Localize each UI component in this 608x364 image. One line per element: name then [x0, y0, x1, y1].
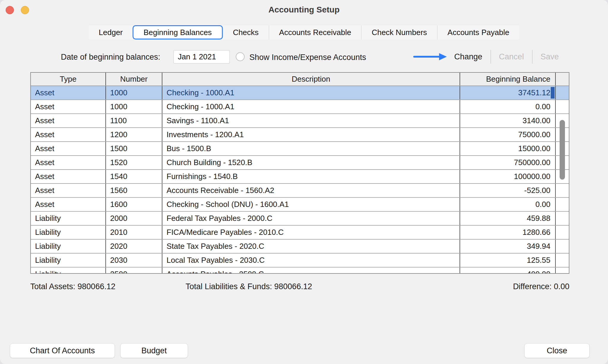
- tab-accounts-payable[interactable]: Accounts Payable: [437, 25, 519, 39]
- cell-gutter: [556, 198, 569, 211]
- cell-num: 2030: [106, 254, 162, 267]
- cell-gutter: [556, 212, 569, 225]
- cell-desc: Church Building - 1520.B: [162, 156, 460, 169]
- cell-type: Liability: [31, 254, 106, 267]
- cell-gutter: [556, 254, 569, 267]
- table-row[interactable]: Asset1000Checking - 1000.A137451.12: [31, 86, 569, 100]
- cell-gutter: [556, 86, 569, 99]
- cell-desc: State Tax Payables - 2020.C: [162, 240, 460, 253]
- tab-beginning-balances[interactable]: Beginning Balances: [133, 25, 223, 39]
- cell-bal: 100000.00: [460, 170, 556, 183]
- cell-desc: Local Tax Payables - 2030.C: [162, 254, 460, 267]
- budget-button[interactable]: Budget: [120, 343, 188, 358]
- column-header-number[interactable]: Number: [106, 73, 162, 86]
- cell-bal: 37451.12: [460, 86, 556, 99]
- cell-bal: 0.00: [460, 100, 556, 113]
- cell-type: Asset: [31, 128, 106, 141]
- show-income-expense-label: Show Income/Expense Accounts: [249, 53, 366, 62]
- cell-num: 1000: [106, 86, 162, 99]
- show-income-expense-checkbox[interactable]: [236, 52, 245, 61]
- cell-bal: 0.00: [460, 198, 556, 211]
- cell-num: 1200: [106, 128, 162, 141]
- column-header-description[interactable]: Description: [162, 73, 460, 86]
- cell-desc: Federal Tax Payables - 2000.C: [162, 212, 460, 225]
- tab-ledger[interactable]: Ledger: [89, 25, 133, 39]
- tab-check-numbers[interactable]: Check Numbers: [361, 25, 437, 39]
- cell-type: Liability: [31, 212, 106, 225]
- cell-bal: 125.55: [460, 254, 556, 267]
- table-row[interactable]: Asset1540Furnishings - 1540.B100000.00: [31, 170, 569, 184]
- cell-bal: 459.88: [460, 212, 556, 225]
- cell-desc: Investments - 1200.A1: [162, 128, 460, 141]
- cell-num: 1520: [106, 156, 162, 169]
- cell-num: 1100: [106, 114, 162, 127]
- change-button[interactable]: Change: [446, 50, 490, 64]
- cell-type: Asset: [31, 184, 106, 197]
- cell-num: 2500: [106, 268, 162, 274]
- table-row[interactable]: Asset1560Accounts Receivable - 1560.A2-5…: [31, 184, 569, 198]
- cell-type: Liability: [31, 226, 106, 239]
- cell-type: Asset: [31, 86, 106, 99]
- cell-num: 1600: [106, 198, 162, 211]
- cell-gutter: [556, 184, 569, 197]
- cell-gutter: [556, 240, 569, 253]
- cell-desc: Checking - 1000.A1: [162, 100, 460, 113]
- table-row[interactable]: Asset1000Checking - 1000.A10.00: [31, 100, 569, 114]
- vertical-scrollbar[interactable]: [560, 120, 565, 180]
- cell-desc: Checking - School (DNU) - 1600.A1: [162, 198, 460, 211]
- cell-bal: 15000.00: [460, 142, 556, 155]
- total-assets-label: Total Assets: 980066.12: [30, 282, 115, 291]
- cell-num: 2010: [106, 226, 162, 239]
- table-row[interactable]: Asset1500Bus - 1500.B15000.00: [31, 142, 569, 156]
- accounting-setup-window: Accounting Setup LedgerBeginning Balance…: [0, 0, 608, 364]
- table-header: Type Number Description Beginning Balanc…: [31, 73, 569, 86]
- cell-bal: 3140.00: [460, 114, 556, 127]
- cell-gutter: [556, 268, 569, 274]
- cell-type: Asset: [31, 100, 106, 113]
- cell-type: Asset: [31, 114, 106, 127]
- cell-desc: Accounts Receivable - 1560.A2: [162, 184, 460, 197]
- tab-accounts-receivable[interactable]: Accounts Receivable: [269, 25, 361, 39]
- table-body: Asset1000Checking - 1000.A137451.12Asset…: [31, 86, 569, 274]
- cell-desc: Checking - 1000.A1: [162, 86, 460, 99]
- table-row[interactable]: Asset1520Church Building - 1520.B750000.…: [31, 156, 569, 170]
- total-liabilities-label: Total Liabilities & Funds: 980066.12: [186, 282, 312, 291]
- cell-bal: 75000.00: [460, 128, 556, 141]
- table-row[interactable]: Asset1100Savings - 1100.A13140.00: [31, 114, 569, 128]
- tab-bar: LedgerBeginning BalancesChecksAccounts R…: [89, 25, 520, 39]
- cell-gutter: [556, 226, 569, 239]
- cell-bal: 349.94: [460, 240, 556, 253]
- cell-num: 1540: [106, 170, 162, 183]
- save-button[interactable]: Save: [532, 50, 567, 64]
- column-header-type[interactable]: Type: [31, 73, 106, 86]
- cell-num: 2020: [106, 240, 162, 253]
- table-row[interactable]: Liability2000Federal Tax Payables - 2000…: [31, 212, 569, 226]
- column-header-gutter: [556, 73, 569, 86]
- date-input[interactable]: [173, 50, 230, 64]
- table-row[interactable]: Liability2010FICA/Medicare Payables - 20…: [31, 226, 569, 240]
- cell-bal: -525.00: [460, 184, 556, 197]
- chart-of-accounts-button[interactable]: Chart Of Accounts: [10, 343, 115, 358]
- cell-desc: FICA/Medicare Payables - 2010.C: [162, 226, 460, 239]
- cell-desc: Savings - 1100.A1: [162, 114, 460, 127]
- tab-checks[interactable]: Checks: [223, 25, 269, 39]
- cell-desc: Bus - 1500.B: [162, 142, 460, 155]
- column-header-beginning-balance[interactable]: Beginning Balance: [460, 73, 556, 86]
- cell-type: Liability: [31, 240, 106, 253]
- cell-desc: Furnishings - 1540.B: [162, 170, 460, 183]
- cell-type: Asset: [31, 170, 106, 183]
- table-row[interactable]: Liability2030Local Tax Payables - 2030.C…: [31, 254, 569, 268]
- title-bar: Accounting Setup: [0, 0, 608, 20]
- cancel-button[interactable]: Cancel: [490, 50, 532, 64]
- table-row[interactable]: Asset1200Investments - 1200.A175000.00: [31, 128, 569, 142]
- cell-bal: 400.00: [460, 268, 556, 274]
- cell-type: Asset: [31, 198, 106, 211]
- cell-type: Asset: [31, 142, 106, 155]
- close-button[interactable]: Close: [524, 343, 590, 358]
- action-button-group: Change Cancel Save: [446, 50, 567, 64]
- cell-num: 1000: [106, 100, 162, 113]
- table-row[interactable]: Liability2500Accounts Payables - 2500.C4…: [31, 268, 569, 274]
- table-row[interactable]: Asset1600Checking - School (DNU) - 1600.…: [31, 198, 569, 212]
- table-row[interactable]: Liability2020State Tax Payables - 2020.C…: [31, 240, 569, 254]
- beginning-balances-table: Type Number Description Beginning Balanc…: [30, 72, 569, 274]
